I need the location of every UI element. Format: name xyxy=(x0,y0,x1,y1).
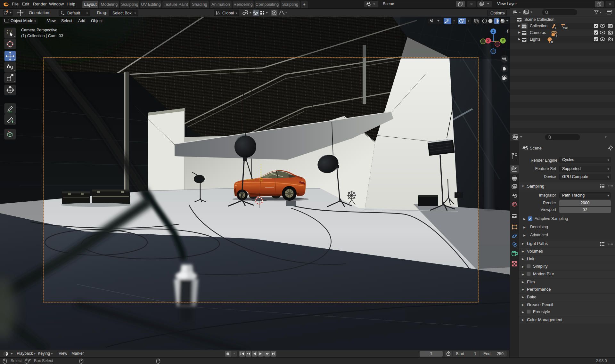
svg-text:Y: Y xyxy=(502,39,504,43)
svg-text:+99: +99 xyxy=(563,26,568,29)
svg-text:8: 8 xyxy=(554,26,556,29)
svg-text:X: X xyxy=(487,39,489,43)
svg-text:8: 8 xyxy=(551,40,553,44)
svg-text:Z: Z xyxy=(492,30,494,33)
